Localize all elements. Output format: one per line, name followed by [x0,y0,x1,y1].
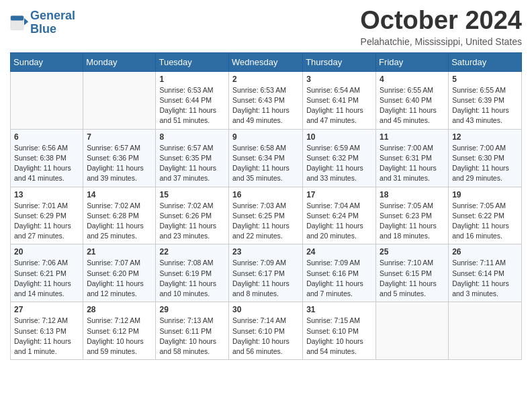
logo: General Blue [10,9,75,36]
day-info: Sunrise: 7:07 AM Sunset: 6:20 PM Dayligh… [87,258,152,299]
calendar-cell: 11Sunrise: 7:00 AM Sunset: 6:31 PM Dayli… [376,129,449,187]
weekday-header-thursday: Thursday [303,52,376,71]
weekday-header-monday: Monday [83,52,156,71]
calendar-cell: 5Sunrise: 6:55 AM Sunset: 6:39 PM Daylig… [449,71,522,129]
page: General Blue October 2024 Pelahatchie, M… [0,0,532,411]
day-number: 22 [159,247,225,257]
week-row-2: 6Sunrise: 6:56 AM Sunset: 6:38 PM Daylig… [11,129,522,187]
svg-marker-2 [24,18,28,26]
day-info: Sunrise: 7:05 AM Sunset: 6:23 PM Dayligh… [380,201,445,242]
day-number: 3 [306,75,372,84]
logo-text: General Blue [30,9,75,36]
calendar-cell: 26Sunrise: 7:11 AM Sunset: 6:14 PM Dayli… [449,244,522,302]
calendar-cell: 2Sunrise: 6:53 AM Sunset: 6:43 PM Daylig… [229,71,303,129]
day-info: Sunrise: 6:57 AM Sunset: 6:36 PM Dayligh… [87,143,152,184]
weekday-header-friday: Friday [376,52,449,71]
day-number: 18 [380,190,445,199]
day-number: 21 [87,247,152,257]
day-info: Sunrise: 7:13 AM Sunset: 6:11 PM Dayligh… [159,316,225,357]
calendar-cell: 13Sunrise: 7:01 AM Sunset: 6:29 PM Dayli… [11,187,83,244]
day-number: 29 [159,305,225,314]
header: General Blue October 2024 Pelahatchie, M… [10,7,522,47]
calendar-cell: 9Sunrise: 6:58 AM Sunset: 6:34 PM Daylig… [229,129,303,187]
day-number: 10 [306,132,372,142]
day-number: 27 [14,305,79,314]
day-number: 13 [14,190,79,199]
day-info: Sunrise: 7:06 AM Sunset: 6:21 PM Dayligh… [14,258,79,299]
day-info: Sunrise: 7:05 AM Sunset: 6:22 PM Dayligh… [452,201,518,242]
calendar-cell: 25Sunrise: 7:10 AM Sunset: 6:15 PM Dayli… [376,244,449,302]
calendar-cell: 19Sunrise: 7:05 AM Sunset: 6:22 PM Dayli… [449,187,522,244]
logo-blue: Blue [30,22,56,36]
day-number: 28 [87,305,152,314]
week-row-4: 20Sunrise: 7:06 AM Sunset: 6:21 PM Dayli… [11,244,522,302]
calendar-cell: 10Sunrise: 6:59 AM Sunset: 6:32 PM Dayli… [303,129,376,187]
day-info: Sunrise: 6:57 AM Sunset: 6:35 PM Dayligh… [159,143,225,184]
day-info: Sunrise: 6:53 AM Sunset: 6:43 PM Dayligh… [232,85,299,126]
logo-icon [10,13,29,32]
day-info: Sunrise: 6:58 AM Sunset: 6:34 PM Dayligh… [232,143,299,184]
calendar-cell: 14Sunrise: 7:02 AM Sunset: 6:28 PM Dayli… [83,187,156,244]
day-info: Sunrise: 7:02 AM Sunset: 6:28 PM Dayligh… [87,201,152,242]
calendar-cell: 22Sunrise: 7:08 AM Sunset: 6:19 PM Dayli… [156,244,229,302]
day-info: Sunrise: 6:53 AM Sunset: 6:44 PM Dayligh… [159,85,225,126]
calendar-cell: 18Sunrise: 7:05 AM Sunset: 6:23 PM Dayli… [376,187,449,244]
calendar-cell: 23Sunrise: 7:09 AM Sunset: 6:17 PM Dayli… [229,244,303,302]
weekday-header-row: SundayMondayTuesdayWednesdayThursdayFrid… [11,52,522,71]
calendar-cell: 31Sunrise: 7:15 AM Sunset: 6:10 PM Dayli… [303,302,376,360]
calendar-cell [83,71,156,129]
day-info: Sunrise: 7:01 AM Sunset: 6:29 PM Dayligh… [14,201,79,242]
day-info: Sunrise: 6:59 AM Sunset: 6:32 PM Dayligh… [306,143,372,184]
day-number: 9 [232,132,299,142]
calendar-cell [449,302,522,360]
day-info: Sunrise: 7:15 AM Sunset: 6:10 PM Dayligh… [306,316,372,357]
day-info: Sunrise: 7:11 AM Sunset: 6:14 PM Dayligh… [452,258,518,299]
week-row-5: 27Sunrise: 7:12 AM Sunset: 6:13 PM Dayli… [11,302,522,360]
day-number: 1 [159,75,225,84]
day-number: 4 [380,75,445,84]
calendar-cell: 21Sunrise: 7:07 AM Sunset: 6:20 PM Dayli… [83,244,156,302]
day-info: Sunrise: 7:00 AM Sunset: 6:30 PM Dayligh… [452,143,518,184]
day-number: 6 [14,132,79,142]
day-info: Sunrise: 7:04 AM Sunset: 6:24 PM Dayligh… [306,201,372,242]
calendar-cell [11,71,83,129]
calendar-cell: 24Sunrise: 7:09 AM Sunset: 6:16 PM Dayli… [303,244,376,302]
day-info: Sunrise: 7:02 AM Sunset: 6:26 PM Dayligh… [159,201,225,242]
calendar-cell: 17Sunrise: 7:04 AM Sunset: 6:24 PM Dayli… [303,187,376,244]
svg-rect-1 [11,15,24,20]
week-row-1: 1Sunrise: 6:53 AM Sunset: 6:44 PM Daylig… [11,71,522,129]
calendar-cell: 27Sunrise: 7:12 AM Sunset: 6:13 PM Dayli… [11,302,83,360]
day-number: 19 [452,190,518,199]
title-block: October 2024 Pelahatchie, Mississippi, U… [360,7,522,47]
weekday-header-tuesday: Tuesday [156,52,229,71]
calendar-cell: 8Sunrise: 6:57 AM Sunset: 6:35 PM Daylig… [156,129,229,187]
day-number: 8 [159,132,225,142]
day-number: 17 [306,190,372,199]
calendar-cell: 7Sunrise: 6:57 AM Sunset: 6:36 PM Daylig… [83,129,156,187]
day-number: 5 [452,75,518,84]
day-number: 23 [232,247,299,257]
day-info: Sunrise: 7:00 AM Sunset: 6:31 PM Dayligh… [380,143,445,184]
day-number: 26 [452,247,518,257]
day-number: 2 [232,75,299,84]
calendar-cell: 20Sunrise: 7:06 AM Sunset: 6:21 PM Dayli… [11,244,83,302]
day-info: Sunrise: 6:55 AM Sunset: 6:39 PM Dayligh… [452,85,518,126]
day-info: Sunrise: 7:12 AM Sunset: 6:13 PM Dayligh… [14,316,79,357]
calendar-cell: 28Sunrise: 7:12 AM Sunset: 6:12 PM Dayli… [83,302,156,360]
calendar-cell: 15Sunrise: 7:02 AM Sunset: 6:26 PM Dayli… [156,187,229,244]
week-row-3: 13Sunrise: 7:01 AM Sunset: 6:29 PM Dayli… [11,187,522,244]
month-title: October 2024 [360,7,522,35]
day-number: 11 [380,132,445,142]
calendar-cell: 1Sunrise: 6:53 AM Sunset: 6:44 PM Daylig… [156,71,229,129]
location: Pelahatchie, Mississippi, United States [360,36,522,47]
logo-general: General [30,9,75,22]
calendar-cell: 3Sunrise: 6:54 AM Sunset: 6:41 PM Daylig… [303,71,376,129]
weekday-header-saturday: Saturday [449,52,522,71]
day-info: Sunrise: 7:03 AM Sunset: 6:25 PM Dayligh… [232,201,299,242]
day-number: 24 [306,247,372,257]
calendar-cell: 29Sunrise: 7:13 AM Sunset: 6:11 PM Dayli… [156,302,229,360]
calendar-cell: 30Sunrise: 7:14 AM Sunset: 6:10 PM Dayli… [229,302,303,360]
day-info: Sunrise: 7:08 AM Sunset: 6:19 PM Dayligh… [159,258,225,299]
calendar-cell: 16Sunrise: 7:03 AM Sunset: 6:25 PM Dayli… [229,187,303,244]
weekday-header-sunday: Sunday [11,52,83,71]
